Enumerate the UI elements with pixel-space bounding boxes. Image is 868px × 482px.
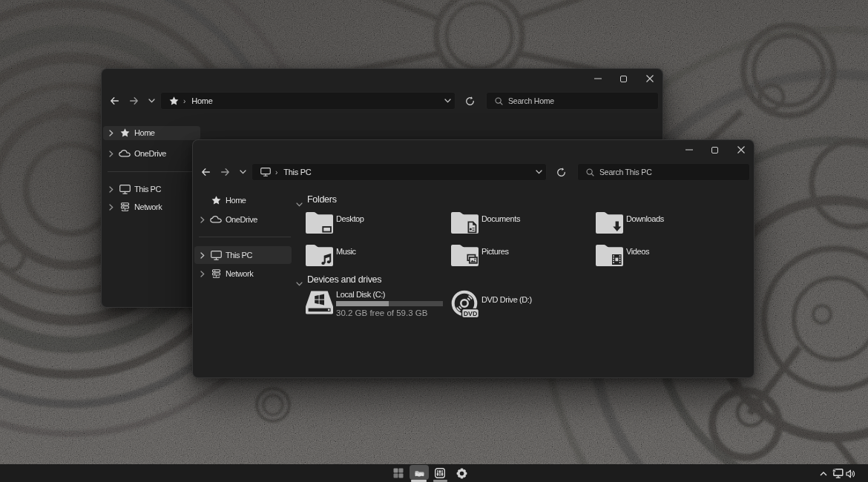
svg-text:DVD: DVD (464, 310, 478, 317)
